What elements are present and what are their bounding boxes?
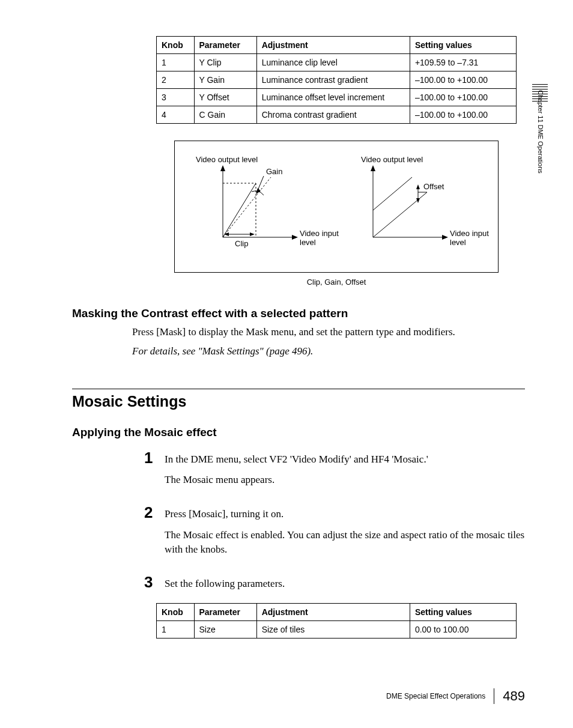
table-header-row: Knob Parameter Adjustment Setting values <box>157 604 517 621</box>
table-row: 1 Size Size of tiles 0.00 to 100.00 <box>157 621 517 639</box>
right-xlabel1: Video input <box>450 229 489 238</box>
cell: Y Gain <box>194 71 256 89</box>
cell: Size <box>194 621 256 639</box>
table-row: 2 Y Gain Luminance contrast gradient –10… <box>157 71 517 89</box>
masking-heading: Masking the Contrast effect with a selec… <box>72 307 525 320</box>
left-xlabel1: Video input <box>300 229 339 238</box>
svg-marker-14 <box>371 165 375 171</box>
step-text: The Mosaic effect is enabled. You can ad… <box>165 528 525 557</box>
step-1: 1 In the DME menu, select VF2 'Video Mod… <box>144 450 525 494</box>
clip-gain-offset-diagram: Video output level Gain Clip Video input… <box>174 141 499 273</box>
page-number: 489 <box>494 688 525 704</box>
cell: 4 <box>157 106 195 124</box>
cell: 1 <box>157 54 195 71</box>
left-xlabel2: level <box>300 238 316 247</box>
right-xlabel2: level <box>450 238 466 247</box>
mosaic-heading: Applying the Mosaic effect <box>72 426 525 439</box>
step-number: 3 <box>144 574 165 598</box>
gain-label: Gain <box>266 167 282 176</box>
cell: Y Clip <box>194 54 256 71</box>
table-row: 3 Y Offset Luminance offset level increm… <box>157 89 517 106</box>
cell: –100.00 to +100.00 <box>410 71 516 89</box>
svg-line-18 <box>373 177 412 210</box>
cell: Luminance clip level <box>256 54 410 71</box>
cell: 3 <box>157 89 195 106</box>
th-adjustment: Adjustment <box>256 604 410 621</box>
step-text: Set the following parameters. <box>165 577 285 592</box>
chapter-label: Chapter 11 DME Operations <box>537 90 544 174</box>
step-3: 3 Set the following parameters. <box>144 574 525 598</box>
svg-marker-12 <box>250 232 255 236</box>
cell: +109.59 to –7.31 <box>410 54 516 71</box>
table-row: 4 C Gain Chroma contrast gradient –100.0… <box>157 106 517 124</box>
cell: Chroma contrast gradient <box>256 106 410 124</box>
step-text: Press [Mosaic], turning it on. <box>165 507 525 522</box>
step-text: The Mosaic menu appears. <box>165 473 428 488</box>
clip-label: Clip <box>235 239 248 248</box>
step-number: 2 <box>144 505 165 563</box>
svg-marker-3 <box>292 235 298 240</box>
cell: 2 <box>157 71 195 89</box>
table-header-row: Knob Parameter Adjustment Setting values <box>157 37 517 54</box>
step-text: In the DME menu, select VF2 'Video Modif… <box>165 452 428 467</box>
page-footer: DME Special Effect Operations 489 <box>386 688 525 704</box>
step-2: 2 Press [Mosaic], turning it on. The Mos… <box>144 505 525 563</box>
table-row: 1 Y Clip Luminance clip level +109.59 to… <box>157 54 517 71</box>
left-ylabel: Video output level <box>196 155 258 164</box>
cell: Y Offset <box>194 89 256 106</box>
svg-marker-1 <box>220 165 225 171</box>
svg-line-5 <box>223 183 256 237</box>
cell: –100.00 to +100.00 <box>410 106 516 124</box>
cell: 1 <box>157 621 195 639</box>
th-setting: Setting values <box>410 604 516 621</box>
svg-marker-20 <box>416 184 420 189</box>
cell: –100.00 to +100.00 <box>410 89 516 106</box>
cell: Size of tiles <box>256 621 410 639</box>
th-knob: Knob <box>157 604 195 621</box>
cell: Luminance contrast gradient <box>256 71 410 89</box>
masking-p2: For details, see "Mask Settings" (page 4… <box>132 344 525 359</box>
masking-p1: Press [Mask] to display the Mask menu, a… <box>132 325 525 339</box>
diagram-svg: Video output level Gain Clip Video input… <box>175 141 499 273</box>
svg-line-6 <box>258 176 264 190</box>
svg-marker-16 <box>442 235 448 240</box>
cell: Luminance offset level increment <box>256 89 410 106</box>
mosaic-title: Mosaic Settings <box>72 389 525 410</box>
step-number: 1 <box>144 450 165 494</box>
parameter-table-2: Knob Parameter Adjustment Setting values… <box>156 603 517 639</box>
th-knob: Knob <box>157 37 195 54</box>
th-parameter: Parameter <box>194 37 256 54</box>
cell: 0.00 to 100.00 <box>410 621 516 639</box>
th-adjustment: Adjustment <box>256 37 410 54</box>
th-parameter: Parameter <box>194 604 256 621</box>
svg-marker-11 <box>224 232 229 236</box>
offset-label: Offset <box>423 182 444 191</box>
cell: C Gain <box>194 106 256 124</box>
th-setting: Setting values <box>410 37 516 54</box>
footer-section: DME Special Effect Operations <box>386 692 485 700</box>
diagram-caption: Clip, Gain, Offset <box>174 278 499 287</box>
parameter-table-1: Knob Parameter Adjustment Setting values… <box>156 36 517 124</box>
right-ylabel: Video output level <box>361 155 423 164</box>
svg-line-4 <box>223 177 271 237</box>
